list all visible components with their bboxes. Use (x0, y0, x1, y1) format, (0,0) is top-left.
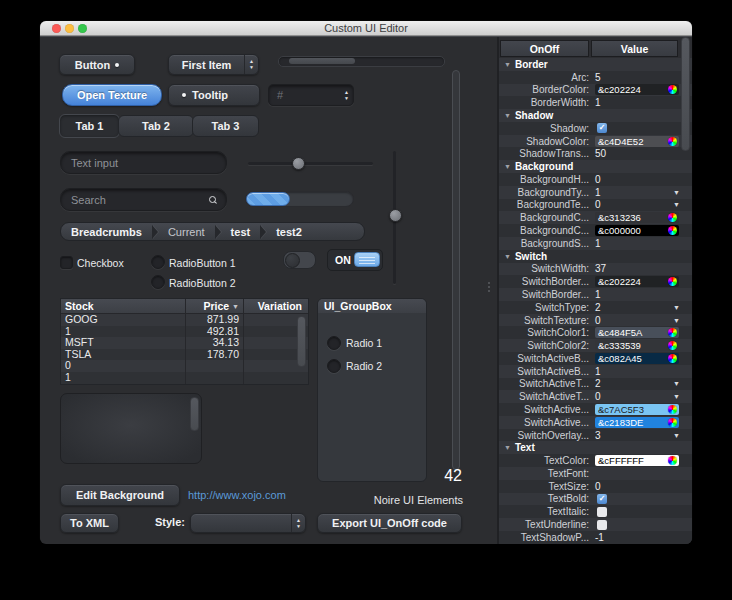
property-checkbox[interactable] (597, 520, 607, 530)
color-swatch[interactable]: &c333539 (595, 340, 679, 351)
tooltip-button[interactable]: Tooltip (168, 84, 260, 106)
property-row[interactable]: TextShadowP...-1 (499, 531, 692, 544)
column-header-variation[interactable]: Variation (244, 299, 306, 313)
property-row[interactable]: SwitchBorder...1 (499, 288, 692, 301)
table-row[interactable]: TSLA178.70 (61, 349, 308, 361)
property-value[interactable]: 2▼ (592, 378, 692, 391)
horizontal-scrollbar[interactable] (278, 56, 445, 67)
property-value[interactable]: -1 (592, 531, 692, 544)
disclosure-triangle-icon[interactable]: ▼ (504, 163, 511, 170)
vertical-slider-thumb[interactable] (389, 209, 402, 222)
property-row[interactable]: BackgroundS...1 (499, 237, 692, 250)
property-row[interactable]: SwitchActive...&c7AC5F3 (499, 403, 692, 416)
property-value[interactable]: &c000000 (592, 224, 692, 237)
tab-2[interactable]: Tab 2 (118, 115, 194, 137)
color-wheel-icon[interactable] (668, 354, 677, 363)
style-popup-stepper-icon[interactable]: ▲▼ (291, 514, 305, 532)
color-swatch[interactable]: &c082A45 (595, 353, 679, 364)
popup-menu[interactable]: First Item ▲▼ (168, 54, 259, 75)
property-row[interactable]: ▼Shadow (499, 109, 692, 122)
toggle-switch-on[interactable]: ON (327, 249, 383, 271)
property-row[interactable]: ▼Text (499, 441, 692, 454)
canvas-scrollbar-thumb[interactable] (190, 397, 199, 431)
horizontal-slider-thumb[interactable] (292, 157, 305, 170)
property-row[interactable]: BorderWidth:1 (499, 96, 692, 109)
table-row[interactable]: MSFT34.13 (61, 337, 308, 349)
horizontal-scrollbar-thumb[interactable] (289, 58, 355, 64)
disclosure-triangle-icon[interactable]: ▼ (504, 61, 511, 68)
color-wheel-icon[interactable] (668, 226, 677, 235)
color-swatch[interactable]: &c000000 (595, 225, 679, 236)
color-swatch[interactable]: &c484F5A (595, 327, 679, 338)
color-swatch[interactable]: &c4D4E52 (595, 136, 679, 147)
inspector-column-onoff[interactable]: OnOff (500, 40, 589, 57)
property-row[interactable]: ▼Switch (499, 250, 692, 263)
text-input[interactable]: Text input (60, 151, 227, 174)
export-button[interactable]: Export UI_OnOff code (317, 513, 462, 533)
table-scrollbar-thumb[interactable] (297, 316, 306, 367)
property-value[interactable]: 1 (592, 237, 692, 250)
property-row[interactable]: SwitchColor2:&c333539 (499, 339, 692, 352)
property-row[interactable]: ▼Background (499, 160, 692, 173)
breadcrumb-item[interactable]: test2 (276, 226, 302, 238)
property-row[interactable]: TextColor:&cFFFFFF (499, 454, 692, 467)
breadcrumb-item[interactable]: Current (168, 226, 205, 238)
property-value[interactable] (592, 505, 692, 518)
property-value[interactable]: ✓ (592, 493, 692, 506)
table-row[interactable]: 1 (61, 372, 308, 384)
property-value[interactable]: 0▼ (592, 199, 692, 212)
property-row[interactable]: SwitchTexture:0▼ (499, 314, 692, 327)
column-header-price[interactable]: Price▼ (186, 299, 244, 313)
property-row[interactable]: ▼Border (499, 58, 692, 71)
color-wheel-icon[interactable] (668, 213, 677, 222)
property-row[interactable]: TextBold:✓ (499, 493, 692, 506)
property-value[interactable]: 0 (592, 173, 692, 186)
property-row[interactable]: TextUnderline: (499, 518, 692, 531)
property-value[interactable] (592, 467, 692, 480)
xojo-link[interactable]: http://www.xojo.com (188, 489, 286, 501)
property-value[interactable]: 1▼ (592, 186, 692, 199)
table-row[interactable]: GOOG871.99 (61, 314, 308, 326)
property-value[interactable]: 1 (592, 96, 692, 109)
radio-button-1[interactable] (151, 255, 165, 269)
property-value[interactable]: 5 (592, 71, 692, 84)
property-value[interactable]: 0 (592, 480, 692, 493)
property-value[interactable]: &c082A45 (592, 352, 692, 365)
dropdown-arrow-icon[interactable]: ▼ (673, 380, 680, 387)
property-row[interactable]: ShadowColor:&c4D4E52 (499, 135, 692, 148)
property-row[interactable]: BackgroundTe...0▼ (499, 199, 692, 212)
property-row[interactable]: SwitchBorder...&c202224 (499, 275, 692, 288)
property-row[interactable]: TextItalic: (499, 505, 692, 518)
property-checkbox[interactable]: ✓ (597, 494, 607, 504)
property-row[interactable]: SwitchOverlay...3▼ (499, 429, 692, 442)
spinner-stepper-icon[interactable]: ▲▼ (340, 85, 353, 105)
property-value[interactable]: 3▼ (592, 429, 692, 442)
dropdown-arrow-icon[interactable]: ▼ (673, 393, 680, 400)
column-header-stock[interactable]: Stock (61, 299, 186, 313)
table-row[interactable]: 1492.81 (61, 326, 308, 338)
property-row[interactable]: TextFont: (499, 467, 692, 480)
property-value[interactable]: &c484F5A (592, 326, 692, 339)
breadcrumb-item[interactable]: Breadcrumbs (71, 226, 142, 238)
toggle-switch-off[interactable] (283, 251, 316, 269)
sample-button[interactable]: Button (59, 54, 135, 75)
property-checkbox[interactable] (597, 507, 607, 517)
property-row[interactable]: Shadow:✓ (499, 122, 692, 135)
property-value[interactable]: 0▼ (592, 314, 692, 327)
color-swatch[interactable]: &c202224 (595, 276, 679, 287)
property-value[interactable]: 1 (592, 288, 692, 301)
checkbox[interactable] (60, 256, 73, 269)
property-row[interactable]: SwitchType:2▼ (499, 301, 692, 314)
property-row[interactable]: SwitchActive...&c2183DE (499, 416, 692, 429)
property-value[interactable]: 2▼ (592, 301, 692, 314)
property-value[interactable]: 1 (592, 365, 692, 378)
property-row[interactable]: ShadowTrans...50 (499, 147, 692, 160)
color-swatch[interactable]: &c202224 (595, 84, 679, 95)
tab-3[interactable]: Tab 3 (192, 115, 259, 137)
groupbox-radio-1[interactable] (327, 336, 341, 350)
color-wheel-icon[interactable] (668, 405, 677, 414)
property-row[interactable]: SwitchActiveB...&c082A45 (499, 352, 692, 365)
property-row[interactable]: SwitchWidth:37 (499, 263, 692, 276)
property-value[interactable]: 37 (592, 263, 692, 276)
groupbox-radio-2[interactable] (327, 359, 341, 373)
